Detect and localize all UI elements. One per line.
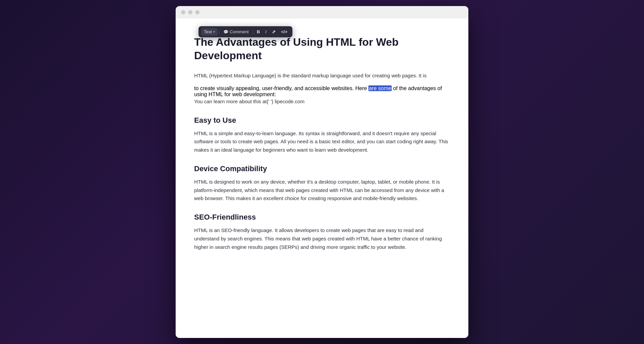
toolbar-text-button[interactable]: Text ▾ bbox=[201, 28, 218, 36]
traffic-light-close[interactable] bbox=[181, 10, 185, 14]
learn-more-paragraph: You can learn more about this at{' '} li… bbox=[194, 98, 450, 106]
comment-icon: 💬 bbox=[223, 30, 228, 34]
traffic-light-minimize[interactable] bbox=[188, 10, 192, 14]
toolbar-code-button[interactable]: </> bbox=[279, 28, 290, 36]
section-seo: SEO-Friendliness HTML is an SEO-friendly… bbox=[194, 213, 450, 251]
section-heading-easy: Easy to Use bbox=[194, 116, 450, 125]
section-paragraph-seo: HTML is an SEO-friendly language. It all… bbox=[194, 226, 450, 251]
section-paragraph-device: HTML is designed to work on any device, … bbox=[194, 178, 450, 203]
section-heading-seo: SEO-Friendliness bbox=[194, 213, 450, 222]
toolbar-italic-button[interactable]: I bbox=[263, 28, 269, 36]
section-easy-to-use: Easy to Use HTML is a simple and easy-to… bbox=[194, 116, 450, 154]
section-paragraph-easy: HTML is a simple and easy-to-learn langu… bbox=[194, 129, 450, 154]
toolbar-comment-button[interactable]: 💬 Comment bbox=[221, 28, 251, 36]
traffic-light-maximize[interactable] bbox=[195, 10, 200, 14]
intro-part1: HTML (Hypertext Markup Language) is the … bbox=[194, 73, 427, 78]
floating-toolbar[interactable]: Text ▾ 💬 Comment B I ⇗ </> bbox=[199, 26, 292, 37]
toolbar-text-label: Text bbox=[204, 29, 212, 34]
section-heading-device: Device Compatibility bbox=[194, 164, 450, 173]
toolbar-separator-1 bbox=[219, 29, 219, 35]
intro-part2: to create visually appealing, user-frien… bbox=[194, 85, 368, 91]
toolbar-comment-label: Comment bbox=[230, 29, 249, 34]
toolbar-link-button[interactable]: ⇗ bbox=[270, 28, 278, 36]
toolbar-separator-2 bbox=[253, 29, 253, 35]
app-window: The Advantages of Using HTML for Web Dev… bbox=[176, 6, 468, 338]
title-bar bbox=[176, 6, 468, 18]
intro-selected-text: are some bbox=[368, 85, 392, 91]
toolbar-bold-button[interactable]: B bbox=[254, 28, 262, 36]
page-title: The Advantages of Using HTML for Web Dev… bbox=[194, 35, 450, 62]
toolbar-chevron-icon: ▾ bbox=[213, 30, 215, 34]
intro-paragraph: HTML (Hypertext Markup Language) is the … bbox=[194, 72, 450, 80]
content-area: The Advantages of Using HTML for Web Dev… bbox=[176, 18, 468, 338]
section-device-compatibility: Device Compatibility HTML is designed to… bbox=[194, 164, 450, 203]
